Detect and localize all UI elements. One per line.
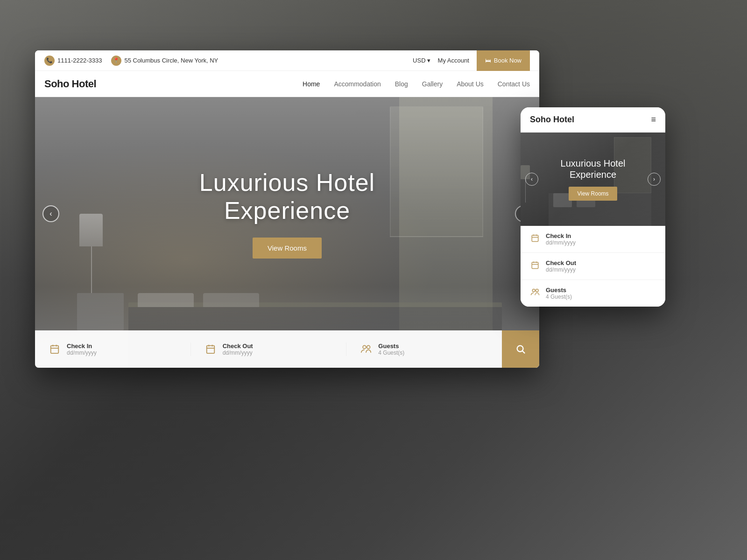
svg-point-8: [363, 345, 366, 349]
svg-line-11: [522, 351, 525, 353]
currency-label: USD: [413, 57, 425, 64]
mobile-check-out-field[interactable]: Check Out dd/mm/yyyy: [521, 253, 665, 280]
mobile-window: Soho Hotel ≡ ‹ Luxurious Hotel Experienc…: [521, 107, 665, 307]
mobile-chevron-right-icon: ›: [653, 176, 655, 182]
nav-links: Home Accommodation Blog Gallery About Us…: [303, 80, 530, 88]
currency-arrow: ▾: [427, 57, 430, 64]
check-in-value: dd/mm/yyyy: [67, 350, 97, 356]
mobile-guests-value: 4 Guest(s): [546, 294, 572, 300]
hero-title-line2: Experience: [224, 197, 350, 224]
mobile-guests-icon: [530, 288, 540, 299]
mobile-nav: Soho Hotel ≡: [521, 107, 665, 133]
chevron-left-icon: ‹: [49, 210, 52, 218]
mobile-check-out-value: dd/mm/yyyy: [546, 266, 576, 273]
check-out-field[interactable]: Check Out dd/mm/yyyy: [191, 343, 347, 356]
mobile-guests-label: Guests: [546, 287, 572, 294]
phone-contact: 📞 1111-2222-3333: [44, 56, 102, 66]
mobile-check-in-text: Check In dd/mm/yyyy: [546, 232, 576, 246]
guests-label: Guests: [378, 343, 404, 350]
nav-link-about[interactable]: About Us: [457, 80, 484, 88]
book-now-button[interactable]: 🛏 Book Now: [477, 50, 530, 71]
mobile-check-out-label: Check Out: [546, 259, 576, 266]
svg-rect-0: [51, 346, 59, 354]
guests-field[interactable]: Guests 4 Guest(s): [346, 343, 502, 356]
guests-icon: [359, 343, 373, 356]
svg-rect-16: [532, 262, 538, 269]
guests-text: Guests 4 Guest(s): [378, 343, 404, 356]
top-bar-right: USD ▾ My Account 🛏 Book Now: [413, 50, 530, 71]
hero-prev-button[interactable]: ‹: [42, 205, 59, 222]
check-out-label: Check Out: [223, 343, 253, 350]
mobile-check-in-value: dd/mm/yyyy: [546, 239, 576, 246]
nav-bar: Soho Hotel Home Accommodation Blog Galle…: [35, 71, 539, 97]
svg-point-10: [517, 346, 523, 352]
check-in-label: Check In: [67, 343, 97, 350]
mobile-booking: Check In dd/mm/yyyy Check Out dd/mm/yyyy: [521, 226, 665, 307]
hero-title-line1: Luxurious Hotel: [199, 169, 375, 196]
currency-selector[interactable]: USD ▾: [413, 57, 430, 64]
check-out-text: Check Out dd/mm/yyyy: [223, 343, 253, 356]
nav-link-blog[interactable]: Blog: [395, 80, 408, 88]
site-logo[interactable]: Soho Hotel: [44, 78, 96, 90]
book-now-label: Book Now: [494, 57, 521, 64]
nav-link-accommodation[interactable]: Accommodation: [334, 80, 381, 88]
mobile-hero-title: Luxurious Hotel Experience: [561, 158, 626, 180]
mobile-logo[interactable]: Soho Hotel: [530, 115, 574, 125]
hamburger-menu-icon[interactable]: ≡: [651, 115, 656, 125]
mobile-check-in-label: Check In: [546, 232, 576, 239]
desktop-window: 📞 1111-2222-3333 📍 55 Columbus Circle, N…: [35, 50, 539, 368]
hero-content: Luxurious Hotel Experience View Rooms: [199, 169, 375, 259]
check-in-field[interactable]: Check In dd/mm/yyyy: [35, 343, 191, 356]
address-text: 55 Columbus Circle, New York, NY: [124, 57, 218, 64]
svg-point-9: [367, 345, 370, 349]
mobile-check-in-field[interactable]: Check In dd/mm/yyyy: [521, 226, 665, 253]
mobile-view-rooms-button[interactable]: View Rooms: [569, 187, 617, 201]
mobile-hero-content: Luxurious Hotel Experience View Rooms: [561, 158, 626, 201]
guests-value: 4 Guest(s): [378, 350, 404, 356]
mobile-hero: ‹ Luxurious Hotel Experience View Rooms …: [521, 133, 665, 226]
svg-rect-4: [206, 346, 214, 354]
mobile-title-line2: Experience: [570, 169, 616, 180]
mobile-next-button[interactable]: ›: [648, 173, 661, 186]
mobile-prev-button[interactable]: ‹: [525, 173, 538, 186]
svg-point-20: [532, 289, 535, 292]
calendar-checkout-icon: [204, 343, 217, 356]
hero-title: Luxurious Hotel Experience: [199, 169, 375, 225]
bed-icon: 🛏: [485, 57, 491, 64]
check-out-value: dd/mm/yyyy: [223, 350, 253, 356]
my-account-link[interactable]: My Account: [438, 57, 469, 64]
phone-icon: 📞: [44, 56, 55, 66]
nav-link-home[interactable]: Home: [303, 80, 320, 88]
mobile-guests-text: Guests 4 Guest(s): [546, 287, 572, 300]
mobile-guests-field[interactable]: Guests 4 Guest(s): [521, 280, 665, 307]
mobile-calendar-checkout-icon: [530, 261, 540, 272]
top-bar: 📞 1111-2222-3333 📍 55 Columbus Circle, N…: [35, 50, 539, 71]
booking-search-button[interactable]: [502, 330, 539, 368]
booking-bar: Check In dd/mm/yyyy Check Out dd/mm/yyyy: [35, 330, 539, 368]
phone-number: 1111-2222-3333: [57, 57, 102, 64]
location-icon: 📍: [111, 56, 121, 66]
nav-link-contact[interactable]: Contact Us: [498, 80, 530, 88]
mobile-title-line1: Luxurious Hotel: [561, 158, 626, 168]
mobile-calendar-checkin-icon: [530, 234, 540, 245]
mobile-check-out-text: Check Out dd/mm/yyyy: [546, 259, 576, 273]
calendar-checkin-icon: [48, 343, 61, 356]
nav-link-gallery[interactable]: Gallery: [422, 80, 443, 88]
svg-point-21: [536, 289, 538, 292]
svg-rect-12: [532, 235, 538, 242]
check-in-text: Check In dd/mm/yyyy: [67, 343, 97, 356]
address-contact: 📍 55 Columbus Circle, New York, NY: [111, 56, 218, 66]
mobile-chevron-left-icon: ‹: [531, 176, 533, 182]
view-rooms-button[interactable]: View Rooms: [253, 238, 322, 259]
hero-section: ‹ Luxurious Hotel Experience View Rooms …: [35, 97, 539, 368]
